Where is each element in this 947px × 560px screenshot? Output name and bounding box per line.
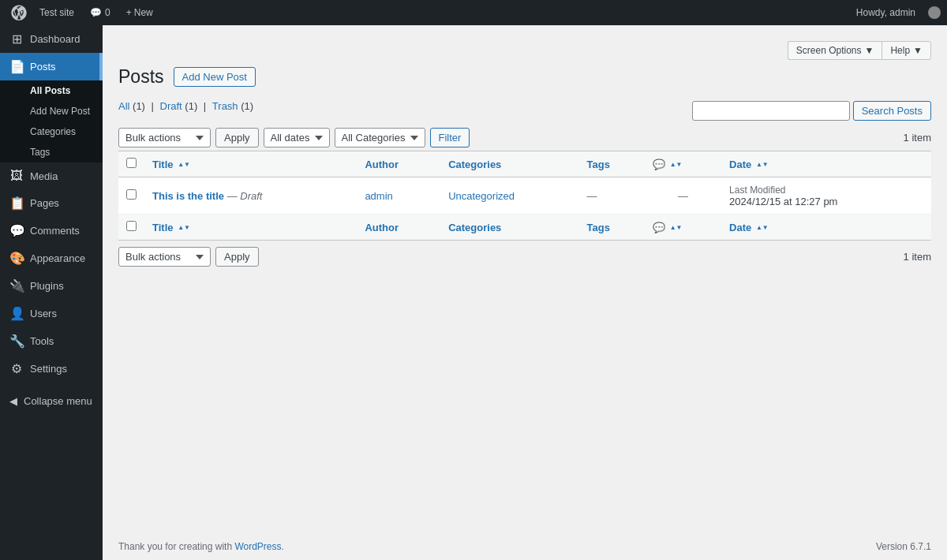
adminbar-comments[interactable]: 💬 0 (82, 0, 118, 25)
tags-col-label: Tags (587, 159, 610, 170)
collapse-label: Collapse menu (24, 395, 92, 407)
title-sort-icon: ▲▼ (178, 162, 190, 168)
posts-submenu: All Posts Add New Post Categories Tags (0, 80, 103, 162)
wp-logo[interactable] (6, 0, 32, 25)
sidebar-subitem-categories[interactable]: Categories (0, 121, 103, 142)
row-comments-cell: — (645, 177, 721, 215)
sidebar-subitem-add-new[interactable]: Add New Post (0, 101, 103, 121)
tf-tags: Tags (579, 215, 645, 241)
categories-col-label: Categories (448, 159, 501, 170)
screen-options-button[interactable]: Screen Options ▼ (788, 41, 882, 60)
sidebar-item-pages[interactable]: 📋 Pages (0, 189, 103, 217)
search-input[interactable] (692, 101, 850, 121)
sidebar-item-label: Plugins (30, 280, 64, 292)
th-date[interactable]: Date ▲▼ (721, 151, 931, 177)
sidebar-item-tools[interactable]: 🔧 Tools (0, 327, 103, 355)
bulk-actions-select-top[interactable]: Bulk actions Edit Move to Trash (118, 128, 211, 147)
avatar (928, 6, 941, 19)
comments-foot-sort: ▲▼ (670, 225, 683, 231)
page-title: Posts (118, 66, 164, 88)
categories-foot-label: Categories (448, 222, 501, 233)
screen-options-label: Screen Options (796, 45, 862, 56)
add-new-post-button[interactable]: Add New Post (174, 67, 256, 87)
tf-categories: Categories (440, 215, 578, 241)
tf-author: Author (357, 215, 440, 241)
settings-icon: ⚙ (9, 361, 24, 376)
sidebar-item-label: Users (30, 308, 57, 319)
new-label: New (134, 7, 153, 18)
th-author: Author (357, 151, 440, 177)
wordpress-link[interactable]: WordPress (234, 541, 281, 552)
sidebar-item-users[interactable]: 👤 Users (0, 300, 103, 327)
sidebar-item-media[interactable]: 🖼 Media (0, 162, 103, 189)
row-tags-cell: — (579, 177, 645, 215)
footer-text: Thank you for creating with WordPress. (118, 541, 284, 552)
plugins-icon: 🔌 (9, 278, 24, 293)
adminbar-site-name[interactable]: Test site (32, 0, 82, 25)
sidebar-item-label: Pages (30, 197, 59, 209)
th-comments: 💬 ▲▼ (645, 151, 721, 177)
comments-foot-icon: 💬 (653, 222, 665, 233)
posts-icon: 📄 (9, 59, 24, 74)
item-count-bottom: 1 item (904, 251, 931, 263)
date-foot-label: Date (729, 222, 751, 233)
th-checkbox (118, 151, 144, 177)
post-title-link[interactable]: This is the title (152, 190, 224, 202)
th-title[interactable]: Title ▲▼ (144, 151, 357, 177)
sidebar-subitem-all-posts[interactable]: All Posts (0, 80, 103, 101)
tf-date[interactable]: Date ▲▼ (721, 215, 931, 241)
table-row: This is the title — Draft admin Uncatego… (118, 177, 931, 215)
sidebar-item-label: Dashboard (30, 33, 80, 45)
tf-checkbox (118, 215, 144, 241)
main-content: Screen Options ▼ Help ▼ Posts Add New Po… (103, 25, 947, 560)
sidebar-item-posts[interactable]: 📄 Posts (0, 53, 103, 80)
categories-filter-select[interactable]: All Categories (335, 128, 425, 147)
all-posts-link[interactable]: All (118, 100, 129, 112)
category-link[interactable]: Uncategorized (448, 190, 515, 202)
plus-icon: + (126, 7, 132, 18)
author-link[interactable]: admin (365, 190, 392, 202)
search-posts-button[interactable]: Search Posts (853, 101, 931, 121)
author-col-label: Author (365, 159, 399, 170)
admin-bar: Test site 💬 0 + New Howdy, admin (0, 0, 947, 25)
row-title-cell: This is the title — Draft (144, 177, 357, 215)
bottom-filter-bar: Bulk actions Edit Move to Trash Apply 1 … (118, 247, 931, 267)
sidebar-item-appearance[interactable]: 🎨 Appearance (0, 245, 103, 272)
all-count: (1) (129, 100, 145, 112)
dates-filter-select[interactable]: All dates (264, 128, 330, 147)
apply-label-top: Apply (224, 132, 250, 144)
trash-posts-link[interactable]: Trash (212, 100, 238, 112)
tf-title[interactable]: Title ▲▼ (144, 215, 357, 241)
sidebar-item-plugins[interactable]: 🔌 Plugins (0, 272, 103, 300)
sidebar-subitem-tags[interactable]: Tags (0, 142, 103, 162)
draft-posts-link[interactable]: Draft (160, 100, 182, 112)
trash-count: (1) (238, 100, 254, 112)
sidebar-item-settings[interactable]: ⚙ Settings (0, 355, 103, 383)
collapse-menu[interactable]: ◀ Collapse menu (0, 389, 103, 413)
select-all-checkbox-bottom[interactable] (126, 221, 137, 231)
footer-suffix: . (282, 541, 284, 552)
date-sort-icon: ▲▼ (756, 162, 769, 168)
status-filter-links: All (1) | Draft (1) | Trash (1) (118, 100, 692, 112)
sidebar-item-label: Posts (30, 61, 56, 73)
sidebar-item-label: Comments (30, 225, 80, 237)
bulk-actions-select-bottom[interactable]: Bulk actions Edit Move to Trash (118, 247, 211, 267)
th-categories: Categories (440, 151, 578, 177)
title-foot-sort: ▲▼ (178, 225, 190, 231)
site-name-label: Test site (39, 7, 74, 18)
sidebar-item-comments[interactable]: 💬 Comments (0, 217, 103, 245)
sidebar-item-dashboard[interactable]: ⊞ Dashboard (0, 25, 103, 53)
select-all-checkbox-top[interactable] (126, 158, 137, 168)
search-area: Search Posts (692, 101, 931, 121)
apply-button-top[interactable]: Apply (215, 128, 259, 147)
filter-button[interactable]: Filter (430, 128, 470, 147)
comment-icon: 💬 (90, 7, 102, 18)
row-checkbox[interactable] (126, 189, 137, 200)
help-button[interactable]: Help ▼ (881, 41, 931, 60)
top-filter-bar: Bulk actions Edit Move to Trash Apply Al… (118, 128, 931, 147)
apply-button-bottom[interactable]: Apply (215, 247, 259, 267)
tools-icon: 🔧 (9, 334, 24, 349)
filter-status-row: All (1) | Draft (1) | Trash (1) Search P… (118, 100, 931, 121)
adminbar-new[interactable]: + New (118, 0, 161, 25)
comments-sort-icon: ▲▼ (670, 162, 683, 168)
